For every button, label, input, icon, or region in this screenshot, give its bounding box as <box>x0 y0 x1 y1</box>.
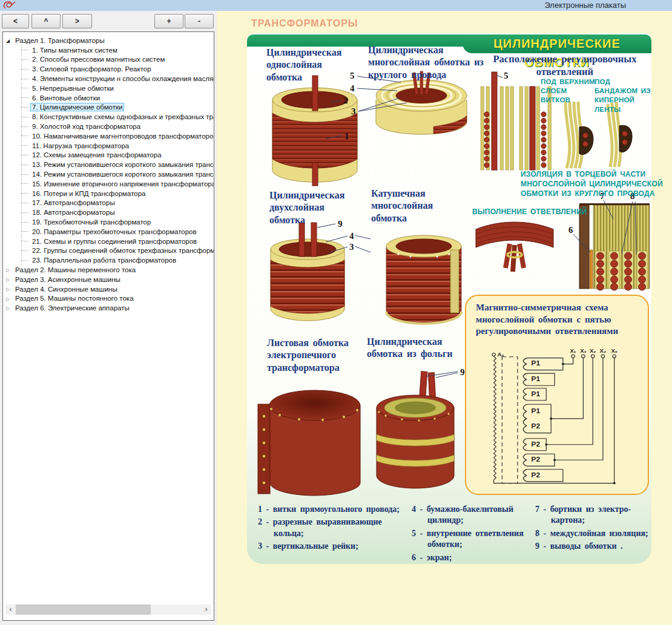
tree-item[interactable]: 3. Силовой трансформатор. Реактор <box>3 64 214 74</box>
tree-item-label[interactable]: 17. Автотрансформаторы <box>31 199 116 206</box>
tree-item[interactable]: 18. Автотрансформаторы <box>3 208 214 217</box>
tree-item[interactable]: 16. Потери и КПД трансформатора <box>3 189 214 198</box>
tree-item[interactable]: 4. Элементы конструкции н способы охлажд… <box>3 74 214 83</box>
tree-item-label[interactable]: Раздел 1. Трансформаторы <box>14 37 106 44</box>
heading-foil-winding: Цилиндрическая обмотка из фольги <box>367 336 479 361</box>
tree-item[interactable]: 9. Холостой ход трансформатора <box>3 122 214 131</box>
tree-item-label[interactable]: 1. Типы магнитных систем <box>31 47 119 54</box>
legend-item: 1 - витки прямоугольного провода; <box>258 504 408 515</box>
tree-item[interactable]: 13. Режим установившегося короткого замы… <box>3 160 214 169</box>
tree-item[interactable]: 1. Типы магнитных систем <box>3 45 214 55</box>
tree-item[interactable]: Раздел 4. Синхронные машины <box>3 284 214 294</box>
tree-connector <box>21 222 28 223</box>
tree-item[interactable]: 17. Автотрансформаторы <box>3 198 214 208</box>
tree-item[interactable]: Раздел 2. Машины переменного тока <box>3 265 214 275</box>
tree-item-label[interactable]: 19. Трехобмоточный трансформатор <box>31 218 152 226</box>
tree-connector <box>21 212 28 213</box>
forward-button[interactable]: > <box>62 14 92 28</box>
zoom-in-button[interactable]: + <box>154 14 183 28</box>
tree-item-label[interactable]: 3. Силовой трансформатор. Реактор <box>31 65 153 73</box>
tree-connector <box>21 69 28 70</box>
legend: 1 - витки прямоугольного провода; 2 - ра… <box>258 504 650 565</box>
tree-item-label[interactable]: 11. Нагрузка трансформатора <box>31 142 130 149</box>
tree-item[interactable]: 19. Трехобмоточный трансформатор <box>3 217 214 227</box>
tree-item-label[interactable]: 2. Способы прессовки магнитных систем <box>31 56 166 63</box>
legend-item: 6 - экран; <box>412 552 532 563</box>
callout-3: 3 <box>351 106 356 116</box>
tree-connector <box>21 117 28 117</box>
tree-item[interactable]: 20. Параметры трехобмоточных трансформат… <box>3 227 214 237</box>
tree-item-label[interactable]: Раздел 6. Электрические аппараты <box>14 304 131 312</box>
tree-item-label[interactable]: 6. Винтовые обмотки <box>31 94 101 102</box>
tree-item[interactable]: 2. Способы прессовки магнитных систем <box>3 55 214 65</box>
tree-item-label[interactable]: 16. Потери и КПД трансформатора <box>31 190 147 197</box>
two-layer-winding-illustration: 9 4 3 <box>254 218 375 333</box>
legend-item: 8 - междуслойная изоляция; <box>535 528 650 539</box>
tree-item[interactable]: 7. Цилиндрические обмотки <box>3 103 214 113</box>
coil-multilayer-illustration <box>374 221 474 333</box>
tree-connector <box>21 59 28 60</box>
tree-item[interactable]: 14. Режим установившегося короткого замы… <box>3 169 214 179</box>
tree-item[interactable]: 23. Параллельная работа трансформаторов <box>3 255 214 265</box>
terminal-a1-label: A₁ <box>497 351 504 358</box>
tree-item-label[interactable]: Раздел 5. Машины постоянного тока <box>14 295 135 302</box>
expander-collapsed-icon[interactable] <box>6 304 14 312</box>
tree-item-label[interactable]: 18. Автотрансформаторы <box>31 209 116 216</box>
tree-item-label[interactable]: 5. Непрерывные обмотки <box>31 85 115 92</box>
zoom-out-button[interactable]: - <box>185 14 214 28</box>
tree-item[interactable]: 6. Винтовые обмотки <box>3 93 214 103</box>
tree-item-label[interactable]: 13. Режим установившегося короткого замы… <box>31 161 214 168</box>
coil-label: P2 <box>532 456 540 463</box>
scheme-title: Магнитно-симметричная схема многослойной… <box>476 302 643 338</box>
horizontal-scrollbar[interactable]: ‹ › <box>5 604 211 615</box>
expander-collapsed-icon[interactable] <box>6 286 14 293</box>
tree-item-label[interactable]: 4. Элементы конструкции н способы охлажд… <box>31 75 214 82</box>
tree-connector <box>21 183 28 184</box>
scrollbar-track[interactable] <box>16 604 201 615</box>
tree-item[interactable]: 12. Схемы замещения трансформатора <box>3 151 214 160</box>
tree-item-label[interactable]: 15. Изменение вторичного напряжения тран… <box>31 180 214 188</box>
coil-label: P1 <box>532 407 541 414</box>
tree-item-label[interactable]: 20. Параметры трехобмоточных трансформат… <box>31 228 198 235</box>
tree-item[interactable]: 21. Схемы и группы соединений трансформа… <box>3 237 214 246</box>
poster: ЦИЛИНДРИЧЕСКИЕ ОБМОТКИ 2 1 <box>247 33 651 564</box>
scrollbar-thumb[interactable] <box>16 604 151 615</box>
tree-item[interactable]: 5. Непрерывные обмотки <box>3 83 214 93</box>
tree-item[interactable]: Раздел 1. Трансформаторы <box>3 36 214 45</box>
tree-connector <box>21 174 28 175</box>
expander-expanded-icon[interactable] <box>6 37 14 44</box>
up-button[interactable]: ^ <box>31 14 61 28</box>
tree-item-label[interactable]: 22. Группы соединений обмоток трехфазных… <box>31 247 214 254</box>
scroll-right-icon[interactable]: › <box>201 604 211 615</box>
tree-item-label[interactable]: 14. Режим установившегося короткого замы… <box>31 171 214 178</box>
tree-item[interactable]: 22. Группы соединений обмоток трехфазных… <box>3 246 214 256</box>
app-window: Электронные плакаты < ^ > + - Раздел 1. … <box>0 0 672 625</box>
tree-item[interactable]: 15. Изменение вторичного напряжения тран… <box>3 179 214 189</box>
tree-item[interactable]: 8. Конструктивные схемы однофазных и тре… <box>3 112 214 122</box>
tree-item[interactable]: Раздел 5. Машины постоянного тока <box>3 294 214 304</box>
expander-collapsed-icon[interactable] <box>6 266 14 273</box>
tree-item-label[interactable]: 23. Параллельная работа трансформаторов <box>31 257 177 264</box>
tree-item-label[interactable]: 8. Конструктивные схемы однофазных и тре… <box>31 113 214 120</box>
callout-3: 3 <box>349 242 354 252</box>
tree-item[interactable]: Раздел 3. Асинхронные машины <box>3 275 214 284</box>
expander-collapsed-icon[interactable] <box>6 276 14 283</box>
tree-item-label[interactable]: Раздел 3. Асинхронные машины <box>14 276 122 283</box>
tree-item[interactable]: 11. Нагрузка трансформатора <box>3 141 214 151</box>
tree-item-label[interactable]: 12. Схемы замещения трансформатора <box>31 151 163 159</box>
tree-item-label[interactable]: Раздел 2. Машины переменного тока <box>14 266 137 273</box>
tree-item-label[interactable]: 10. Намагничивание магннтопроводов транс… <box>31 133 214 140</box>
tree-item-label[interactable]: 21. Схемы и группы соединений трансформа… <box>31 238 198 245</box>
tree-connector <box>21 126 28 127</box>
tree-connector <box>21 231 28 232</box>
coil-label: P2 <box>532 423 540 430</box>
tree-item-label[interactable]: 9. Холостой ход трансформатора <box>31 123 142 130</box>
expander-collapsed-icon[interactable] <box>6 295 14 303</box>
tree-item[interactable]: Раздел 6. Электрические аппараты <box>3 303 214 313</box>
tree-item[interactable]: 10. Намагничивание магннтопроводов транс… <box>3 131 214 141</box>
tree-item-label[interactable]: 7. Цилиндрические обмотки <box>31 103 124 111</box>
tree-item-label[interactable]: Раздел 4. Синхронные машины <box>14 286 119 293</box>
scroll-left-icon[interactable]: ‹ <box>5 604 16 615</box>
coil-label: P1 <box>532 360 541 367</box>
back-button[interactable]: < <box>2 14 29 28</box>
